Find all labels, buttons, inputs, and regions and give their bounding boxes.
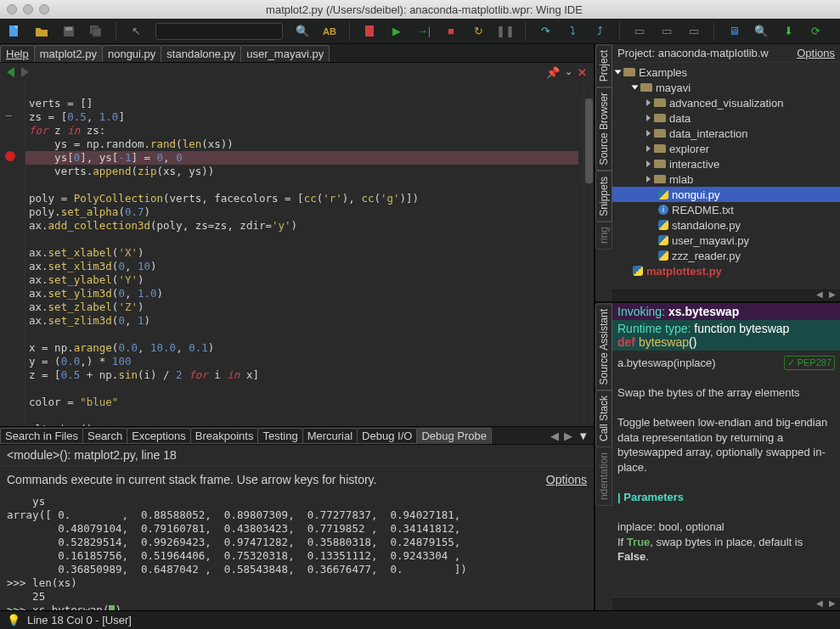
tabs-scroll-right-icon[interactable]: ▶ <box>564 430 572 442</box>
tabs-scroll-left-icon[interactable]: ◀ <box>550 430 559 442</box>
tab-debug-probe[interactable]: Debug Probe <box>416 428 492 444</box>
tabs-menu-icon[interactable]: ▼ <box>578 430 589 442</box>
tree-item-matplottest[interactable]: matplottest.py <box>612 263 840 278</box>
search-icon[interactable]: 🔍 <box>295 24 310 39</box>
tab-search-files[interactable]: Search in Files <box>0 428 83 444</box>
scroll-left-icon[interactable]: ◀ <box>815 289 825 300</box>
panel-icon-2[interactable]: ▭ <box>659 24 674 39</box>
run-to-icon[interactable]: →| <box>416 24 431 39</box>
sa-summary: Swap the bytes of the array elements <box>617 385 835 401</box>
tree-item-mlab[interactable]: mlab <box>612 171 840 187</box>
tab-help[interactable]: Help <box>0 45 35 62</box>
step-over-icon[interactable]: ↷ <box>538 24 553 39</box>
lightbulb-icon[interactable]: 💡 <box>7 614 20 626</box>
tab-standalone[interactable]: standalone.py <box>161 45 241 62</box>
code-editor[interactable]: − verts = [] zs = [0.5, 1.0] for z in zs… <box>0 81 594 426</box>
fold-icon[interactable]: − <box>5 110 12 121</box>
vtab-source-browser[interactable]: Source Browser <box>595 87 612 171</box>
tree-item-readme[interactable]: iREADME.txt <box>612 202 840 217</box>
panel-icon-1[interactable]: ▭ <box>632 24 647 39</box>
tree-item-user-mayavi[interactable]: user_mayavi.py <box>612 233 840 248</box>
source-assistant-panel: Invoking: xs.byteswap Runtime type: func… <box>612 303 840 610</box>
right-top-side-tabs: Project Source Browser Snippets ring <box>595 44 612 301</box>
tab-matplot2[interactable]: matplot2.py <box>34 45 103 62</box>
search-input[interactable] <box>155 23 283 40</box>
pause-icon[interactable]: ❚❚ <box>498 24 513 39</box>
step-in-icon[interactable]: ⤵ <box>565 24 580 39</box>
scroll-right-icon[interactable]: ▶ <box>827 598 837 609</box>
vtab-ring[interactable]: ring <box>595 221 612 250</box>
save-icon[interactable] <box>61 24 76 39</box>
tree-item-interactive[interactable]: interactive <box>612 156 840 171</box>
stack-frame-selector[interactable]: <module>(): matplot2.py, line 18 <box>0 445 594 466</box>
console-hint: Commands execute in current stack frame.… <box>7 473 376 486</box>
close-window-icon[interactable] <box>7 4 17 14</box>
panel-icon-3[interactable]: ▭ <box>686 24 702 39</box>
tab-nongui[interactable]: nongui.py <box>102 45 161 62</box>
save-all-icon[interactable] <box>88 24 104 39</box>
open-file-icon[interactable] <box>34 24 49 39</box>
sa-param-inplace: inplace: bool, optional If True, swap by… <box>617 519 835 564</box>
sa-runtime-type: Runtime type: function byteswap def byte… <box>612 320 840 351</box>
download-icon[interactable]: ⬇ <box>781 24 796 39</box>
window-title: matplot2.py (/Users/sdeibel): anaconda-m… <box>58 3 791 16</box>
console-options-link[interactable]: Options <box>546 473 587 486</box>
close-tab-icon[interactable]: ✕ <box>578 66 587 79</box>
vtab-project[interactable]: Project <box>595 44 612 87</box>
tree-item-mayavi[interactable]: mayavi <box>612 80 840 95</box>
pin-icon[interactable]: 📌 <box>546 66 560 79</box>
vtab-indentation[interactable]: ndentation <box>595 446 612 506</box>
pointer-icon[interactable]: ↖ <box>128 24 144 39</box>
scroll-left-icon[interactable]: ◀ <box>815 598 825 609</box>
zoom-window-icon[interactable] <box>39 4 49 14</box>
vtab-call-stack[interactable]: Call Stack <box>595 390 612 447</box>
sa-doc[interactable]: ✓ PEP287 a.byteswap(inplace) Swap the by… <box>612 351 840 597</box>
stop-icon[interactable]: ■ <box>443 24 459 39</box>
tab-debug-io[interactable]: Debug I/O <box>357 428 417 444</box>
nav-forward-icon[interactable] <box>21 67 29 77</box>
step-out-icon[interactable]: ⤴ <box>592 24 607 39</box>
chevron-down-icon[interactable]: ⌄ <box>565 66 572 79</box>
code-content[interactable]: verts = [] zs = [0.5, 1.0] for z in zs: … <box>25 81 583 426</box>
tab-breakpoints[interactable]: Breakpoints <box>190 428 259 444</box>
tab-mercurial[interactable]: Mercurial <box>302 428 358 444</box>
right-bottom-side-tabs: Source Assistant Call Stack ndentation <box>595 303 612 610</box>
tree-item-data-interaction[interactable]: data_interaction <box>612 126 840 141</box>
tree-item-nongui[interactable]: nongui.py <box>612 187 840 202</box>
editor-gutter[interactable]: − <box>0 81 25 426</box>
vtab-source-assistant[interactable]: Source Assistant <box>595 303 612 390</box>
restart-icon[interactable]: ↻ <box>471 24 486 39</box>
breakpoint-toggle-icon[interactable] <box>362 24 377 39</box>
nav-back-icon[interactable] <box>7 67 14 77</box>
scrollbar-thumb[interactable] <box>585 98 593 183</box>
minimize-window-icon[interactable] <box>23 4 33 14</box>
tab-search[interactable]: Search <box>82 428 127 444</box>
vtab-snippets[interactable]: Snippets <box>595 171 612 222</box>
text-file-icon: i <box>658 205 668 215</box>
sync-icon[interactable]: ⟳ <box>808 24 823 39</box>
scroll-right-icon[interactable]: ▶ <box>827 289 837 300</box>
editor-header: 📌 ⌄ ✕ <box>0 63 594 81</box>
tab-exceptions[interactable]: Exceptions <box>127 428 191 444</box>
tree-item-adv-vis[interactable]: advanced_visualization <box>612 95 840 110</box>
tree-item-zzz-reader[interactable]: zzz_reader.py <box>612 248 840 263</box>
editor-scrollbar[interactable] <box>583 81 594 426</box>
debug-probe-console[interactable]: ys array([ 0. , 0.88588052, 0.89807309, … <box>0 493 594 610</box>
project-tree[interactable]: Examples mayavi advanced_visualization d… <box>612 63 840 288</box>
tree-item-explorer[interactable]: explorer <box>612 141 840 156</box>
find-icon[interactable]: 🔍 <box>753 24 769 39</box>
tab-testing[interactable]: Testing <box>257 428 302 444</box>
breakpoint-icon[interactable] <box>5 151 15 161</box>
new-file-icon[interactable] <box>7 24 22 39</box>
tree-item-examples[interactable]: Examples <box>612 65 840 80</box>
cursor-position: Line 18 Col 0 - [User] <box>27 614 132 626</box>
monitor-icon[interactable]: 🖥 <box>726 24 741 39</box>
highlight-icon[interactable]: AB <box>322 24 337 39</box>
tree-item-data[interactable]: data <box>612 110 840 126</box>
tree-item-standalone[interactable]: standalone.py <box>612 217 840 233</box>
project-options-link[interactable]: Options <box>797 47 835 59</box>
run-icon[interactable]: ▶ <box>389 24 404 39</box>
tab-user-mayavi[interactable]: user_mayavi.py <box>240 45 330 62</box>
code-line: verts = [] <box>29 97 93 110</box>
python-file-icon <box>658 189 668 199</box>
